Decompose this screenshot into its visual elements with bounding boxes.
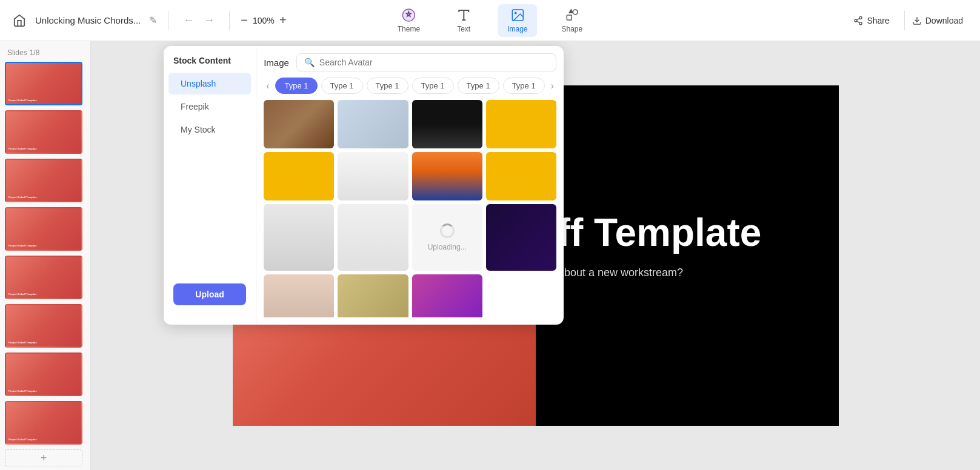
image-cell-yellow3[interactable] [486, 152, 556, 200]
type-tabs-next[interactable]: › [548, 81, 556, 91]
svg-point-1 [515, 12, 516, 14]
stock-panel-title: Stock Content [164, 56, 256, 73]
search-input[interactable] [319, 58, 548, 67]
stock-sidebar-unsplash[interactable]: Unsplash [168, 73, 251, 94]
svg-point-6 [859, 22, 862, 24]
slide-row-3: 3Project Kickoff Template [5, 159, 85, 205]
zoom-out-button[interactable]: − [241, 13, 248, 27]
image-cell-boy[interactable] [264, 100, 334, 148]
stock-sidebar-freepik[interactable]: Freepik [168, 96, 251, 117]
slide-row-2: 2Project Kickoff Template [5, 110, 85, 156]
image-cell-yellow1[interactable] [486, 100, 556, 148]
redo-button[interactable]: → [200, 12, 218, 29]
divider [168, 11, 168, 30]
image-cell-dancer[interactable] [264, 204, 334, 271]
share-button[interactable]: Share [846, 11, 896, 30]
type-tab-2[interactable]: Type 1 [321, 78, 363, 94]
slide-row-1: 1Project Kickoff Template [5, 62, 85, 108]
image-cell-model[interactable] [338, 204, 408, 271]
image-cell-stage[interactable] [412, 274, 482, 317]
slide-thumb-1[interactable]: Project Kickoff Template [5, 62, 82, 105]
upload-text: Uploading... [428, 243, 467, 251]
slide-thumb-7[interactable]: Project Kickoff Template [5, 352, 82, 396]
type-tab-6[interactable]: Type 1 [503, 78, 545, 94]
stock-image-label: Image [264, 58, 289, 68]
stock-main-header: Image 🔍 [264, 53, 556, 71]
stock-sidebar-mystock[interactable]: My Stock [168, 119, 251, 141]
text-tool[interactable]: Text [444, 4, 483, 37]
slide-thumb-8[interactable]: Project Kickoff Template [5, 401, 82, 445]
image-grid: Uploading... [264, 100, 556, 317]
stock-search-box[interactable]: 🔍 [296, 53, 556, 71]
svg-line-8 [857, 18, 860, 20]
slide-thumb-4[interactable]: Project Kickoff Template [5, 207, 82, 251]
slide-row-6: 6Project Kickoff Template [5, 304, 85, 350]
stock-main: Image 🔍 ‹ Type 1 Type 1 Type 1 Type 1 Ty… [256, 46, 564, 325]
image-cell-performer[interactable] [486, 204, 556, 271]
svg-rect-2 [567, 15, 572, 20]
image-cell-sky[interactable] [412, 152, 482, 200]
image-cell-uploading: Uploading... [412, 204, 482, 271]
share-label: Share [867, 16, 889, 25]
slide-thumb-2[interactable]: Project Kickoff Template [5, 110, 82, 154]
type-tabs-prev[interactable]: ‹ [264, 81, 272, 91]
zoom-control: − 100% + [241, 13, 286, 27]
stock-content-panel: Stock Content Unsplash Freepik My Stock … [164, 46, 564, 325]
slides-list: 1Project Kickoff Template2Project Kickof… [5, 62, 85, 447]
zoom-value: 100% [252, 16, 276, 25]
undo-redo-group: ← → [179, 12, 218, 29]
download-label: Download [925, 16, 963, 25]
upload-button[interactable]: Upload [173, 283, 246, 305]
svg-point-4 [859, 16, 862, 19]
type-tab-5[interactable]: Type 1 [458, 78, 499, 94]
toolbar-right: Share Download [846, 11, 970, 30]
theme-tool[interactable]: Theme [388, 4, 430, 37]
type-tab-1[interactable]: Type 1 [275, 78, 317, 94]
image-tool[interactable]: Image [498, 4, 537, 37]
type-tab-3[interactable]: Type 1 [367, 78, 408, 94]
toolbar: Unlocking Music Chords... ✎ ← → − 100% +… [0, 0, 980, 41]
image-cell-concert[interactable] [412, 100, 482, 148]
main-area: Slides 1/8 1Project Kickoff Template2Pro… [0, 41, 980, 470]
undo-button[interactable]: ← [179, 12, 198, 29]
slide-row-8: 8Project Kickoff Template [5, 401, 85, 447]
divider2 [229, 11, 230, 30]
slide-row-4: 4Project Kickoff Template [5, 207, 85, 253]
stock-sidebar: Stock Content Unsplash Freepik My Stock … [164, 46, 256, 325]
image-cell-fashion1[interactable] [338, 152, 408, 200]
slide-thumb-3[interactable]: Project Kickoff Template [5, 159, 82, 202]
document-title[interactable]: Unlocking Music Chords... [35, 15, 141, 25]
toolbar-left: Unlocking Music Chords... ✎ ← → − 100% + [10, 11, 287, 30]
type-tab-4[interactable]: Type 1 [412, 78, 454, 94]
download-button[interactable]: Download [904, 11, 970, 30]
search-icon: 🔍 [304, 58, 315, 67]
slide-row-5: 5Project Kickoff Template [5, 256, 85, 302]
edit-icon[interactable]: ✎ [149, 15, 157, 26]
toolbar-center-tools: Theme Text Image [388, 4, 592, 37]
slide-row-7: 7Project Kickoff Template [5, 352, 85, 399]
slide-thumb-6[interactable]: Project Kickoff Template [5, 304, 82, 348]
image-label: Image [507, 25, 527, 33]
slides-panel: Slides 1/8 1Project Kickoff Template2Pro… [0, 41, 91, 470]
zoom-in-button[interactable]: + [279, 13, 287, 27]
svg-line-7 [857, 21, 860, 23]
image-cell-portrait[interactable] [264, 274, 334, 317]
slides-label: Slides 1/8 [5, 46, 85, 62]
upload-spinner [440, 223, 455, 238]
add-slide-button[interactable]: + [5, 449, 82, 466]
svg-point-5 [855, 19, 857, 22]
slide-thumb-5[interactable]: Project Kickoff Template [5, 256, 82, 299]
image-cell-yellow2[interactable] [264, 152, 334, 200]
image-cell-flowers[interactable] [338, 274, 408, 317]
svg-point-3 [573, 10, 578, 15]
text-label: Text [457, 25, 470, 33]
theme-label: Theme [398, 25, 420, 33]
image-cell-women[interactable] [338, 100, 408, 148]
home-button[interactable] [10, 11, 29, 30]
shape-label: Shape [562, 25, 583, 33]
canvas-area: Project Kickoff Template What do I want … [91, 41, 980, 470]
type-tabs: ‹ Type 1 Type 1 Type 1 Type 1 Type 1 Typ… [264, 78, 556, 94]
shape-tool[interactable]: Shape [552, 4, 593, 37]
